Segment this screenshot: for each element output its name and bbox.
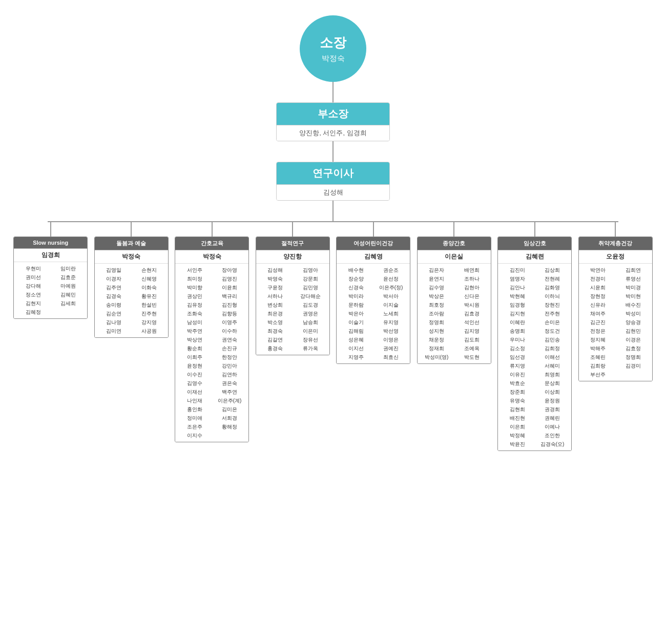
member-row: 정지혜이경은 <box>581 335 650 344</box>
member-name: 서혜미 <box>535 361 570 370</box>
member-row: 권상민백규리 <box>177 292 246 300</box>
member-row: 강다해마예원 <box>16 282 85 290</box>
branch-col-women-child-health: 여성어린이건강김혜영배수현권순조장순양윤선정신경숙이은주(정)박미라박서아문하람… <box>333 222 414 364</box>
deputy-names: 양진항, 서인주, 임경희 <box>277 125 389 141</box>
member-row: 김영수권은숙 <box>177 379 246 388</box>
member-name: 김진미 <box>500 266 534 274</box>
member-name: 조혜린 <box>581 353 615 361</box>
branch-members-care-art: 김영일손현지이경자신혜영김주연이화숙김경숙황유진송미령한설빈김순연진주현김나영강… <box>95 263 168 337</box>
member-name: 전주현 <box>535 309 570 318</box>
member-row: 우현미임미란 <box>16 264 85 273</box>
member-name: 한설빈 <box>132 300 166 309</box>
top-role-circle: 소장 박정숙 <box>300 15 366 82</box>
member-name: 송명희 <box>500 327 534 335</box>
member-name: 조인한 <box>535 431 570 440</box>
member-row: 이희주한정안 <box>177 353 246 361</box>
member-name: 장순양 <box>339 274 373 283</box>
member-name: 강다해순 <box>293 292 327 300</box>
member-name: 양승경 <box>616 318 650 327</box>
member-row: 전경미류영선 <box>581 274 650 283</box>
branches-row: Slow nursing임경희우현미임미란권미선김효준강다해마예원정소연김혜민김… <box>5 222 661 451</box>
connector-deputy-director <box>332 141 334 162</box>
member-name: 이경은 <box>616 335 650 344</box>
member-name: 이영은 <box>374 335 408 344</box>
member-row: 김희랑김경미 <box>581 361 650 370</box>
member-name: 김현아 <box>454 283 489 292</box>
branch-col-nursing-edu: 간호교육박정숙서인주장아영최미정김영진박미향이윤희권상민백규리김유정김진형조화숙… <box>172 222 253 442</box>
member-name: 손현지 <box>132 266 166 274</box>
member-name <box>213 431 247 440</box>
member-name: 박주연 <box>177 327 212 335</box>
branch-box-clinical-nursing: 임상간호김혜련김진미김상희염명자전현례김안나김화영박현혜이하늬임경형장현진김지현… <box>497 237 572 451</box>
member-name: 배진현 <box>500 414 534 422</box>
member-name: 손미은 <box>535 318 570 327</box>
member-name: 부선주 <box>581 370 615 379</box>
member-name: 문하람 <box>339 300 373 309</box>
director-name: 김성해 <box>277 184 389 200</box>
branch-members-women-child-health: 배수현권순조장순양윤선정신경숙이은주(정)박미라박서아문하람이지슬박은아노세희이… <box>337 263 410 363</box>
member-name: 김혜정 <box>16 308 50 316</box>
member-name: 변상희 <box>258 300 293 309</box>
member-row: 박소영남승희 <box>258 318 327 327</box>
member-name: 박영숙 <box>258 274 293 283</box>
member-row: 윤연지조하나 <box>420 274 489 283</box>
member-name: 조예옥 <box>454 344 489 353</box>
member-name: 나인재 <box>177 396 212 405</box>
deputy-box: 부소장 양진항, 서인주, 임경희 <box>276 102 390 141</box>
member-name: 채운정 <box>420 335 454 344</box>
member-row: 박주연이수하 <box>177 327 246 335</box>
member-name: 우현미 <box>16 264 50 273</box>
member-row: 서하나강다해순 <box>258 292 327 300</box>
v-connector-oncology-nursing <box>453 222 454 237</box>
member-name: 문상희 <box>535 379 570 388</box>
member-row: 배진현권혜린 <box>500 414 569 422</box>
branches-area: Slow nursing임경희우현미임미란권미선김효준강다해마예원정소연김혜민김… <box>5 221 661 451</box>
member-name: 류가옥 <box>293 344 327 353</box>
member-name: 조은주 <box>177 422 212 431</box>
member-name: 박상은 <box>420 292 454 300</box>
member-name: 정명희 <box>616 353 650 361</box>
member-row: 이은희이예나 <box>500 422 569 431</box>
member-row: 이경자신혜영 <box>97 274 166 283</box>
member-row: 구윤정김민영 <box>258 283 327 292</box>
branch-col-slow-nursing: Slow nursing임경희우현미임미란권미선김효준강다해마예원정소연김혜민김… <box>10 222 91 319</box>
member-name: 박미향 <box>177 283 212 292</box>
branch-header-slow-nursing: Slow nursing <box>14 237 87 248</box>
member-row: 임선경이해선 <box>500 353 569 361</box>
member-name: 우미나 <box>500 335 534 344</box>
branch-header-bone-research: 절적연구 <box>256 237 329 250</box>
member-name: 김소정 <box>500 344 534 353</box>
member-name: 임미란 <box>51 264 86 273</box>
member-name: 김도희 <box>454 335 489 344</box>
member-row: 박상은신다은 <box>420 292 489 300</box>
member-name: 박현혜 <box>500 292 534 300</box>
member-row: 부선주 <box>581 370 650 379</box>
member-name: 김희연 <box>616 266 650 274</box>
member-name: 김민송 <box>535 335 570 344</box>
member-name: 이경자 <box>97 274 131 283</box>
member-row: 박효순문상희 <box>500 379 569 388</box>
member-row: 이지선권예진 <box>339 344 408 353</box>
member-row: 김나영강지영 <box>97 318 166 327</box>
member-row: 박연아김희연 <box>581 266 650 274</box>
member-row: 홍경숙류가옥 <box>258 344 327 353</box>
member-row: 최경숙이은미 <box>258 327 327 335</box>
member-name: 이예나 <box>535 422 570 431</box>
member-name: 김현지 <box>16 299 50 308</box>
member-name: 장현정 <box>581 292 615 300</box>
branch-box-women-child-health: 여성어린이건강김혜영배수현권순조장순양윤선정신경숙이은주(정)박미라박서아문하람… <box>336 237 410 364</box>
member-name: 최호정 <box>420 300 454 309</box>
member-name: 장준희 <box>500 388 534 396</box>
member-name <box>616 370 650 379</box>
org-chart: 소장 박정숙 부소장 양진항, 서인주, 임경희 연구이사 김성해 Slow n… <box>0 0 666 471</box>
member-row: 변상희김도경 <box>258 300 327 309</box>
member-row: 임경형장현진 <box>500 300 569 309</box>
member-name: 박효순 <box>500 379 534 388</box>
member-row: 정소연김혜민 <box>16 290 85 299</box>
member-name: 성은혜 <box>339 335 373 344</box>
member-name: 김향등 <box>213 309 247 318</box>
member-row: 박은아노세희 <box>339 309 408 318</box>
branch-members-oncology-nursing: 김은자배연희윤연지조하나김수영김현아박상은신다은최호정박시원조아람김효경정영희석… <box>418 263 491 363</box>
member-row: 성은혜이영은 <box>339 335 408 344</box>
member-row: 배수현권순조 <box>339 266 408 274</box>
